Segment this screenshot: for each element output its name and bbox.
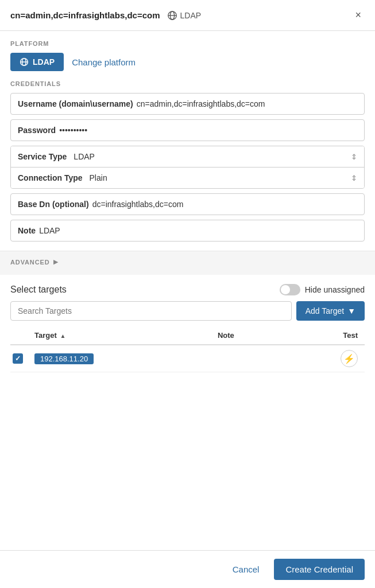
modal-title: cn=admin,dc=infrasightlabs,dc=com xyxy=(10,10,160,20)
username-input-row: Username (domain\username) cn=admin,dc=i… xyxy=(10,93,365,115)
connection-type-row[interactable]: Connection Type Plain ⇕ xyxy=(11,168,364,188)
hide-unassigned-text: Hide unassigned xyxy=(305,285,365,294)
username-label: Username (domain\username) xyxy=(18,99,133,108)
header-left: cn=admin,dc=infrasightlabs,dc=com LDAP xyxy=(10,10,201,21)
select-section: Service Type LDAP ⇕ Connection Type Plai… xyxy=(0,146,375,242)
service-type-arrow: ⇕ xyxy=(351,153,357,161)
header-badge-text: LDAP xyxy=(180,11,202,20)
table-col-checkbox xyxy=(10,326,28,345)
row-ip-cell: 192.168.11.20 xyxy=(28,345,211,372)
advanced-toggle[interactable]: ADVANCED ▶ xyxy=(10,251,365,266)
lightning-icon: ⚡ xyxy=(343,353,355,364)
password-input-row: Password •••••••••• xyxy=(10,119,365,141)
row-checkbox-cell[interactable] xyxy=(10,345,28,372)
hide-unassigned-row: Hide unassigned xyxy=(280,284,365,295)
hide-unassigned-toggle[interactable] xyxy=(280,284,300,295)
ldap-platform-button[interactable]: LDAP xyxy=(10,53,64,71)
table-header-row: Target ▲ Note Test xyxy=(10,326,365,345)
row-test-cell: ⚡ xyxy=(287,345,365,372)
password-label: Password xyxy=(18,126,56,135)
platform-row: LDAP Change platform xyxy=(10,53,365,71)
service-type-row[interactable]: Service Type LDAP ⇕ xyxy=(11,146,364,168)
base-dn-row: Base Dn (optional) dc=infrasightlabs,dc=… xyxy=(10,193,365,215)
ip-badge[interactable]: 192.168.11.20 xyxy=(34,353,94,364)
connection-type-value: Plain xyxy=(90,173,107,182)
credentials-label: CREDENTIALS xyxy=(10,80,365,87)
advanced-label: ADVANCED xyxy=(10,259,50,266)
credentials-section: CREDENTIALS Username (domain\username) c… xyxy=(0,80,375,141)
checkbox-checked[interactable] xyxy=(13,353,23,364)
search-add-row: Add Target ▼ xyxy=(10,301,365,321)
targets-header-row: Select targets Hide unassigned xyxy=(10,284,365,295)
add-target-button[interactable]: Add Target ▼ xyxy=(296,301,365,321)
select-fields-group: Service Type LDAP ⇕ Connection Type Plai… xyxy=(10,146,365,189)
targets-table-body: 192.168.11.20 ⚡ xyxy=(10,345,365,372)
table-col-target: Target ▲ xyxy=(28,326,211,345)
modal-footer: Cancel Create Credential xyxy=(0,550,375,588)
service-type-label: Service Type xyxy=(18,152,67,161)
note-value: LDAP xyxy=(39,226,60,235)
password-value: •••••••••• xyxy=(59,126,87,135)
table-col-test: Test xyxy=(287,326,365,345)
connection-type-label: Connection Type xyxy=(18,173,83,182)
platform-section: PLATFORM LDAP Change platform xyxy=(0,31,375,71)
search-targets-input[interactable] xyxy=(18,306,284,316)
add-target-chevron-icon: ▼ xyxy=(347,306,355,316)
ldap-btn-label: LDAP xyxy=(33,57,55,67)
table-row: 192.168.11.20 ⚡ xyxy=(10,345,365,372)
sort-icon: ▲ xyxy=(60,333,65,339)
select-targets-label: Select targets xyxy=(10,285,67,295)
table-col-note: Note xyxy=(211,326,287,345)
modal-container: cn=admin,dc=infrasightlabs,dc=com LDAP ×… xyxy=(0,0,375,588)
test-lightning-button[interactable]: ⚡ xyxy=(341,350,358,367)
advanced-section: ADVANCED ▶ xyxy=(0,251,375,275)
username-value: cn=admin,dc=infrasightlabs,dc=com xyxy=(137,99,265,108)
globe-icon xyxy=(167,10,177,21)
add-target-label: Add Target xyxy=(306,306,344,316)
modal-header: cn=admin,dc=infrasightlabs,dc=com LDAP × xyxy=(0,0,375,31)
create-credential-button[interactable]: Create Credential xyxy=(274,559,365,580)
platform-section-label: PLATFORM xyxy=(10,40,365,47)
modal-body: PLATFORM LDAP Change platform CREDENTIAL… xyxy=(0,31,375,550)
base-dn-value: dc=infrasightlabs,dc=com xyxy=(92,200,184,209)
close-button[interactable]: × xyxy=(351,8,365,22)
connection-type-arrow: ⇕ xyxy=(351,174,357,182)
targets-section: Select targets Hide unassigned Add Targe… xyxy=(0,275,375,372)
service-type-value: LDAP xyxy=(74,152,95,161)
header-badge: LDAP xyxy=(167,10,202,21)
base-dn-label: Base Dn (optional) xyxy=(18,200,89,209)
note-row: Note LDAP xyxy=(10,220,365,242)
chevron-right-icon: ▶ xyxy=(53,258,58,266)
search-targets-input-wrap[interactable] xyxy=(10,301,292,321)
targets-table: Target ▲ Note Test 192.168.11.20 xyxy=(10,326,365,372)
change-platform-link[interactable]: Change platform xyxy=(72,57,136,67)
cancel-button[interactable]: Cancel xyxy=(223,559,269,580)
note-label: Note xyxy=(18,226,36,235)
row-note-cell xyxy=(211,345,287,372)
globe-icon-btn xyxy=(20,57,29,67)
